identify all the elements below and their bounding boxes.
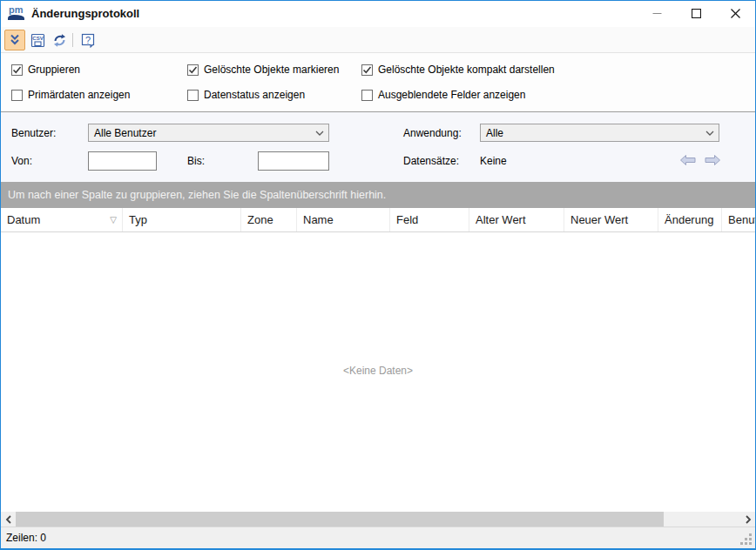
von-label: Von:	[11, 155, 32, 167]
scroll-right-button[interactable]	[740, 512, 755, 527]
resize-grip[interactable]	[749, 542, 752, 545]
checkbox-geloeschte-markieren[interactable]: Gelöschte Objekte markieren	[187, 63, 339, 77]
horizontal-scrollbar[interactable]	[1, 512, 755, 527]
row-count: Zeilen: 0	[6, 532, 46, 544]
benutzer-selected-value: Alle Benutzer	[89, 127, 311, 139]
check-icon	[12, 65, 22, 75]
checkbox-ausgeblendete-felder[interactable]: Ausgeblendete Felder anzeigen	[361, 88, 525, 102]
checkbox-geloeschte-kompakt[interactable]: Gelöschte Objekte kompakt darstellen	[361, 63, 555, 77]
close-icon	[731, 9, 740, 18]
options-panel: Gruppieren Gelöschte Objekte markieren G…	[1, 53, 755, 112]
help-button[interactable]: ?	[78, 30, 98, 50]
checkbox-label: Gelöschte Objekte markieren	[204, 64, 339, 76]
checkbox-box	[187, 64, 199, 76]
next-record-button[interactable]	[704, 154, 721, 166]
window-controls	[638, 1, 755, 27]
column-header-feld[interactable]: Feld	[390, 208, 469, 231]
anwendung-selected-value: Alle	[481, 127, 701, 139]
question-mark-icon: ?	[81, 33, 96, 48]
maximize-icon	[692, 9, 701, 18]
column-header-zone[interactable]: Zone	[241, 208, 297, 231]
scroll-left-button[interactable]	[1, 512, 16, 527]
checkbox-box	[11, 64, 23, 76]
svg-text:CSV: CSV	[32, 35, 43, 40]
chevron-left-icon	[5, 515, 12, 524]
chevron-down-icon	[701, 131, 719, 136]
expand-options-button[interactable]	[4, 30, 25, 50]
export-csv-button[interactable]: CSV	[27, 30, 48, 50]
checkbox-label: Gruppieren	[28, 64, 80, 76]
grid-body: <Keine Daten>	[1, 232, 755, 512]
checkbox-label: Datenstatus anzeigen	[204, 89, 305, 101]
window-title: Änderungsprotokoll	[31, 7, 139, 20]
column-header-aenderung[interactable]: Änderung	[658, 208, 722, 231]
group-by-drop-zone[interactable]: Um nach einer Spalte zu gruppieren, zieh…	[1, 182, 755, 208]
von-input[interactable]	[88, 151, 157, 171]
change-log-window: pm Änderungsprotokoll CS	[0, 0, 756, 550]
column-header-benutzer[interactable]: Benutzer	[722, 208, 755, 231]
previous-record-button[interactable]	[679, 154, 697, 166]
checkbox-gruppieren[interactable]: Gruppieren	[11, 63, 80, 77]
chevron-down-icon	[311, 131, 328, 136]
column-header-datum[interactable]: Datum ▽	[1, 208, 123, 231]
benutzer-select[interactable]: Alle Benutzer	[88, 124, 329, 142]
filter-panel: Benutzer: Alle Benutzer Anwendung: Alle …	[1, 112, 755, 182]
anwendung-select[interactable]: Alle	[480, 124, 719, 142]
empty-data-message: <Keine Daten>	[1, 365, 755, 377]
checkbox-primaerdaten[interactable]: Primärdaten anzeigen	[11, 88, 130, 102]
checkbox-box	[187, 90, 199, 101]
datensaetze-label: Datensätze:	[403, 155, 459, 167]
app-icon-wave	[8, 15, 24, 20]
refresh-arrows-icon	[52, 33, 67, 48]
sort-descending-icon: ▽	[110, 215, 117, 225]
grid-header-row: Datum ▽ Typ Zone Name Feld Alter Wert Ne…	[1, 208, 755, 232]
column-header-neuer-wert[interactable]: Neuer Wert	[564, 208, 658, 231]
toolbar: CSV ?	[1, 27, 755, 53]
statusbar: Zeilen: 0	[1, 527, 755, 548]
refresh-button[interactable]	[49, 30, 70, 50]
maximize-button[interactable]	[677, 1, 716, 26]
app-icon: pm	[8, 6, 25, 21]
checkbox-box	[361, 64, 373, 76]
checkbox-label: Primärdaten anzeigen	[28, 89, 130, 101]
bis-label: Bis:	[187, 155, 205, 167]
chevron-right-icon	[745, 515, 752, 524]
csv-disk-icon: CSV	[30, 33, 45, 48]
checkbox-box	[11, 90, 23, 101]
svg-text:?: ?	[84, 34, 90, 44]
close-button[interactable]	[716, 1, 755, 26]
app-icon-text: pm	[9, 4, 24, 15]
arrow-left-icon	[679, 154, 697, 166]
check-icon	[362, 65, 372, 75]
benutzer-label: Benutzer:	[11, 127, 56, 139]
scrollbar-thumb[interactable]	[16, 512, 664, 527]
checkbox-label: Ausgeblendete Felder anzeigen	[378, 89, 525, 101]
anwendung-label: Anwendung:	[403, 127, 462, 139]
checkbox-datenstatus[interactable]: Datenstatus anzeigen	[187, 88, 305, 102]
datensaetze-value: Keine	[480, 155, 507, 167]
checkbox-box	[361, 90, 373, 101]
minimize-icon	[652, 9, 662, 18]
check-icon	[188, 65, 198, 75]
arrow-right-icon	[704, 154, 721, 166]
column-header-name[interactable]: Name	[297, 208, 390, 231]
bis-input[interactable]	[258, 151, 329, 171]
column-header-typ[interactable]: Typ	[123, 208, 241, 231]
minimize-button[interactable]	[638, 1, 677, 26]
checkbox-label: Gelöschte Objekte kompakt darstellen	[378, 64, 555, 76]
group-by-hint: Um nach einer Spalte zu gruppieren, zieh…	[8, 189, 386, 201]
titlebar: pm Änderungsprotokoll	[1, 1, 755, 27]
toolbar-separator	[72, 33, 73, 47]
double-chevron-down-icon	[8, 33, 22, 47]
column-header-alter-wert[interactable]: Alter Wert	[469, 208, 564, 231]
